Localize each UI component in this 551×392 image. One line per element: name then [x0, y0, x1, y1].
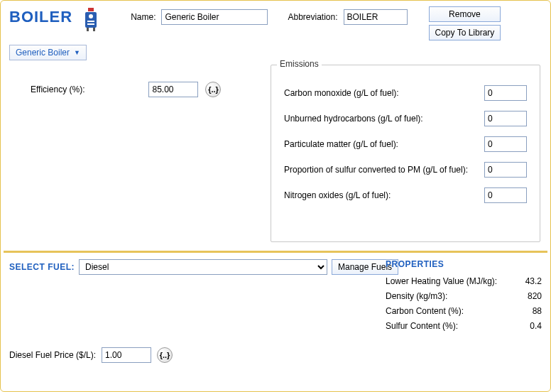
emissions-label: Nitrogen oxides (g/L of fuel): — [284, 190, 391, 200]
chevron-down-icon: ▼ — [74, 49, 80, 56]
emissions-label: Unburned hydrocarbons (g/L of fuel): — [284, 114, 423, 124]
header-buttons: Remove Copy To Library — [429, 6, 501, 40]
property-row: Density (kg/m3):820 — [386, 291, 542, 301]
emissions-input[interactable] — [484, 136, 527, 152]
name-input[interactable] — [161, 9, 268, 25]
select-fuel-label: SELECT FUEL: — [9, 262, 75, 272]
svg-point-1 — [89, 14, 93, 18]
emissions-label: Proportion of sulfur converted to PM (g/… — [284, 165, 468, 175]
emissions-label: Carbon monoxide (g/L of fuel): — [284, 88, 399, 98]
property-label: Carbon Content (%): — [386, 306, 464, 316]
emissions-label: Particulate matter (g/L of fuel): — [284, 139, 398, 149]
emissions-input[interactable] — [484, 85, 527, 101]
boiler-title: BOILER — [9, 8, 72, 26]
name-label: Name: — [131, 12, 156, 22]
property-label: Density (kg/m3): — [386, 291, 447, 301]
emissions-row: Unburned hydrocarbons (g/L of fuel): — [284, 111, 527, 126]
property-label: Sulfur Content (%): — [386, 321, 458, 331]
emissions-row: Carbon monoxide (g/L of fuel): — [284, 85, 527, 101]
abbr-input[interactable] — [344, 9, 408, 25]
svg-rect-3 — [87, 28, 89, 31]
emissions-input[interactable] — [484, 187, 527, 203]
boiler-panel: BOILER Name: Abbreviation: Remove Copy T… — [0, 0, 551, 392]
fuel-price-row: Diesel Fuel Price ($/L): {..} — [9, 347, 173, 363]
efficiency-input[interactable] — [148, 82, 198, 97]
boiler-icon — [80, 6, 102, 32]
emissions-row: Nitrogen oxides (g/L of fuel): — [284, 187, 527, 203]
property-row: Sulfur Content (%):0.4 — [386, 321, 542, 331]
boiler-type-dropdown[interactable]: Generic Boiler ▼ — [9, 45, 87, 60]
property-value: 43.2 — [525, 276, 542, 286]
remove-button[interactable]: Remove — [429, 6, 501, 22]
fuel-price-label: Diesel Fuel Price ($/L): — [9, 350, 96, 360]
property-value: 820 — [528, 291, 542, 301]
abbr-label: Abbreviation: — [288, 12, 337, 22]
property-row: Carbon Content (%):88 — [386, 306, 542, 316]
emissions-row: Proportion of sulfur converted to PM (g/… — [284, 162, 527, 178]
title-row: BOILER Name: Abbreviation: Remove Copy T… — [9, 6, 542, 40]
properties-panel: PROPERTIES Lower Heating Value (MJ/kg):4… — [386, 259, 542, 336]
svg-rect-4 — [93, 28, 95, 31]
efficiency-label: Efficiency (%): — [31, 85, 84, 94]
section-divider — [4, 251, 547, 253]
svg-rect-5 — [87, 21, 94, 22]
emissions-input[interactable] — [484, 111, 527, 126]
fuel-price-sensitivity-button[interactable]: {..} — [157, 347, 173, 363]
property-value: 88 — [533, 306, 542, 316]
svg-rect-6 — [87, 23, 94, 25]
emissions-legend: Emissions — [277, 59, 322, 69]
efficiency-sensitivity-button[interactable]: {..} — [205, 82, 221, 97]
emissions-row: Particulate matter (g/L of fuel): — [284, 136, 527, 152]
fuel-price-input[interactable] — [102, 347, 151, 363]
emissions-group: Emissions Carbon monoxide (g/L of fuel):… — [271, 65, 540, 242]
property-value: 0.4 — [530, 321, 542, 331]
property-row: Lower Heating Value (MJ/kg):43.2 — [386, 276, 542, 286]
emissions-input[interactable] — [484, 162, 527, 178]
properties-header: PROPERTIES — [386, 259, 542, 269]
header-fields: Name: Abbreviation: — [131, 9, 407, 25]
boiler-type-value: Generic Boiler — [16, 48, 70, 58]
fuel-select[interactable]: Diesel — [79, 259, 327, 275]
copy-to-library-button[interactable]: Copy To Library — [429, 25, 501, 40]
property-label: Lower Heating Value (MJ/kg): — [386, 276, 497, 286]
svg-rect-2 — [88, 8, 94, 11]
